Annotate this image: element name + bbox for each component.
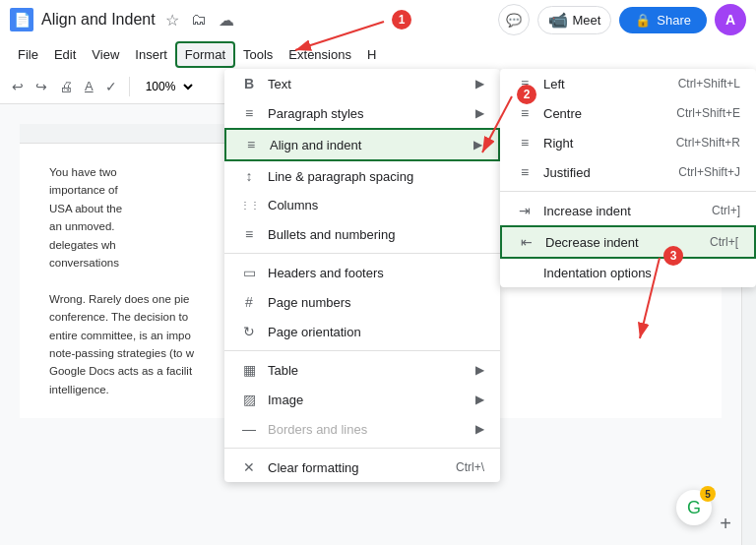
meet-label: Meet [572, 13, 600, 28]
align-justified-label: Justified [543, 165, 591, 180]
table-label: Table [268, 363, 298, 378]
format-pagenums-item[interactable]: # Page numbers [224, 287, 500, 317]
headers-icon: ▭ [240, 265, 258, 280]
align-right-shortcut: Ctrl+Shift+R [676, 136, 740, 150]
align-centre-shortcut: Ctrl+Shift+E [676, 106, 740, 120]
decrease-indent-icon: ⇤ [518, 234, 536, 250]
doc-icon: 📄 [10, 8, 33, 31]
format-menu: B Text ▶ ≡ Paragraph styles ▶ ≡ Align an… [224, 69, 500, 482]
meet-icon: 📹 [548, 11, 568, 30]
increase-indent-icon: ⇥ [516, 203, 534, 218]
menu-divider-2 [224, 350, 500, 351]
format-spacing-item[interactable]: ↕ Line & paragraph spacing [224, 161, 500, 191]
align-left-label: Left [543, 77, 565, 91]
table-icon: ▦ [240, 362, 258, 378]
align-right-icon: ≡ [516, 135, 534, 151]
format-image-item[interactable]: ▨ Image ▶ [224, 385, 500, 414]
menu-edit[interactable]: Edit [46, 43, 84, 66]
menu-extensions[interactable]: Extensions [281, 43, 359, 66]
align-right-item[interactable]: ≡ Right Ctrl+Shift+R [500, 128, 756, 157]
paragraph-arrow: ▶ [475, 106, 484, 120]
zoom-select[interactable]: 100% [138, 77, 196, 96]
borders-arrow: ▶ [475, 422, 484, 436]
image-icon: ▨ [240, 392, 258, 407]
menu-insert[interactable]: Insert [127, 43, 175, 66]
header-actions: 💬 📹 Meet 🔒 Share A [498, 4, 746, 35]
folder-icon[interactable]: 🗂 [189, 9, 209, 31]
title-icons: ☆ 🗂 ☁ [163, 9, 236, 31]
format-orientation-item[interactable]: ↻ Page orientation [224, 317, 500, 346]
comment-button[interactable]: 💬 [498, 4, 530, 35]
menu-bar: File Edit View Insert Format Tools Exten… [0, 39, 756, 69]
format-clear-item[interactable]: ✕ Clear formatting Ctrl+\ [224, 453, 500, 482]
lock-icon: 🔒 [635, 13, 651, 28]
align-label: Align and indent [270, 138, 361, 152]
format-borders-item[interactable]: — Borders and lines ▶ [224, 414, 500, 444]
align-justified-shortcut: Ctrl+Shift+J [678, 165, 740, 179]
pagenums-label: Page numbers [268, 295, 351, 310]
toolbar-separator [129, 77, 130, 96]
star-icon[interactable]: ☆ [163, 9, 181, 31]
format-columns-item[interactable]: ⋮⋮ Columns [224, 191, 500, 219]
spacing-icon: ↕ [240, 168, 258, 184]
borders-label: Borders and lines [268, 422, 367, 437]
align-arrow: ▶ [473, 138, 482, 151]
redo-button[interactable]: ↪ [32, 77, 51, 96]
spell-button[interactable]: ✓ [101, 77, 121, 96]
share-label: Share [657, 13, 691, 28]
orientation-icon: ↻ [240, 324, 258, 339]
print-button[interactable]: 🖨 [55, 77, 77, 96]
align-icon: ≡ [242, 137, 260, 152]
menu-view[interactable]: View [84, 43, 127, 66]
format-text-item[interactable]: B Text ▶ [224, 69, 500, 98]
decrease-indent-label: Decrease indent [545, 235, 639, 250]
bullets-icon: ≡ [240, 226, 258, 242]
format-paragraph-item[interactable]: ≡ Paragraph styles ▶ [224, 98, 500, 128]
align-submenu: ≡ Left Ctrl+Shift+L ≡ Centre Ctrl+Shift+… [500, 69, 756, 287]
avatar: A [715, 4, 746, 35]
format-align-item[interactable]: ≡ Align and indent ▶ [224, 128, 500, 161]
headers-label: Headers and footers [268, 266, 384, 280]
format-bullets-item[interactable]: ≡ Bullets and numbering [224, 219, 500, 249]
plus-button[interactable]: + [720, 513, 731, 535]
clear-shortcut: Ctrl+\ [456, 460, 484, 474]
title-bar: 📄 Align and Indent ☆ 🗂 ☁ 💬 📹 Meet 🔒 Shar… [0, 0, 756, 39]
align-centre-icon: ≡ [516, 105, 534, 121]
share-button[interactable]: 🔒 Share [619, 7, 707, 33]
clear-label: Clear formatting [268, 460, 358, 475]
align-right-label: Right [543, 136, 573, 151]
align-divider [500, 191, 756, 192]
spacing-label: Line & paragraph spacing [268, 169, 413, 184]
orientation-label: Page orientation [268, 325, 361, 339]
bullets-label: Bullets and numbering [268, 227, 395, 242]
grammarly-count: 5 [700, 486, 716, 502]
align-left-item[interactable]: ≡ Left Ctrl+Shift+L [500, 69, 756, 98]
borders-icon: — [240, 421, 258, 437]
decrease-indent-shortcut: Ctrl+[ [710, 235, 738, 249]
text-icon: B [240, 76, 258, 91]
align-left-shortcut: Ctrl+Shift+L [678, 77, 740, 91]
grammarly-badge[interactable]: G 5 [676, 490, 712, 525]
decrease-indent-item[interactable]: ⇤ Decrease indent Ctrl+[ [500, 225, 756, 259]
columns-icon: ⋮⋮ [240, 200, 258, 211]
menu-tools[interactable]: Tools [235, 43, 281, 66]
align-centre-item[interactable]: ≡ Centre Ctrl+Shift+E [500, 98, 756, 128]
menu-format[interactable]: Format [175, 41, 235, 68]
menu-file[interactable]: File [10, 43, 46, 66]
cloud-icon[interactable]: ☁ [217, 9, 236, 31]
indentation-options-item[interactable]: Indentation options [500, 259, 756, 287]
text-arrow: ▶ [475, 77, 484, 91]
format-headers-item[interactable]: ▭ Headers and footers [224, 258, 500, 287]
increase-indent-item[interactable]: ⇥ Increase indent Ctrl+] [500, 196, 756, 225]
meet-button[interactable]: 📹 Meet [537, 6, 611, 34]
paragraph-icon: ≡ [240, 105, 258, 121]
format-table-item[interactable]: ▦ Table ▶ [224, 355, 500, 385]
align-justified-item[interactable]: ≡ Justified Ctrl+Shift+J [500, 157, 756, 187]
menu-divider-3 [224, 448, 500, 449]
menu-help[interactable]: H [359, 43, 384, 66]
undo-button[interactable]: ↩ [8, 77, 28, 96]
increase-indent-label: Increase indent [543, 204, 631, 218]
paint-button[interactable]: A [81, 77, 97, 95]
align-left-icon: ≡ [516, 76, 534, 91]
increase-indent-shortcut: Ctrl+] [712, 204, 740, 217]
